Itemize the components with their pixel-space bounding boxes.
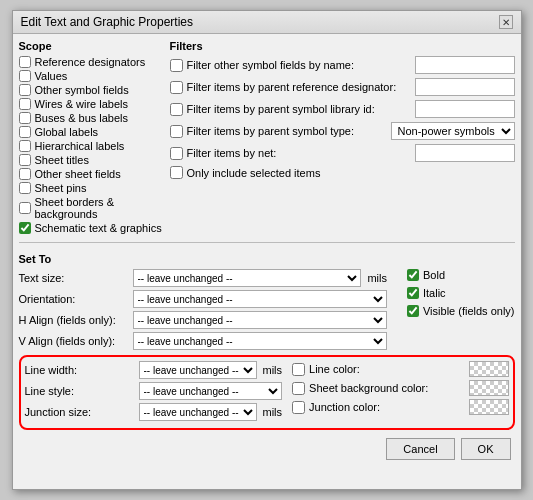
scope-ref-designators[interactable]: Reference designators — [19, 56, 164, 68]
scope-global-labels-label: Global labels — [35, 126, 99, 138]
scope-schematic-text-checkbox[interactable] — [19, 222, 31, 234]
scope-buses[interactable]: Buses & bus labels — [19, 112, 164, 124]
italic-checkbox[interactable] — [407, 287, 419, 299]
scope-hierarchical-labels-checkbox[interactable] — [19, 140, 31, 152]
junction-size-row: Junction size: -- leave unchanged -- mil… — [25, 403, 283, 421]
h-align-row: H Align (fields only): -- leave unchange… — [19, 311, 387, 329]
filter-symbol-type-checkbox[interactable] — [170, 125, 183, 138]
line-color-checkbox[interactable] — [292, 363, 305, 376]
scope-values-checkbox[interactable] — [19, 70, 31, 82]
close-button[interactable]: ✕ — [499, 15, 513, 29]
h-align-select[interactable]: -- leave unchanged -- — [133, 311, 387, 329]
scope-sheet-borders-checkbox[interactable] — [19, 202, 31, 214]
scope-sheet-pins[interactable]: Sheet pins — [19, 182, 164, 194]
visible-checkbox[interactable] — [407, 305, 419, 317]
text-size-select[interactable]: -- leave unchanged -- — [133, 269, 362, 287]
sheet-bg-color-checkbox[interactable] — [292, 382, 305, 395]
line-style-row: Line style: -- leave unchanged -- — [25, 382, 283, 400]
scope-other-symbol-checkbox[interactable] — [19, 84, 31, 96]
scope-values[interactable]: Values — [19, 70, 164, 82]
text-size-row: Text size: -- leave unchanged -- mils — [19, 269, 387, 287]
scope-other-symbol[interactable]: Other symbol fields — [19, 84, 164, 96]
v-align-select[interactable]: -- leave unchanged -- — [133, 332, 387, 350]
filter-symbol-type-select[interactable]: Non-power symbols — [391, 122, 515, 140]
scope-sheet-pins-checkbox[interactable] — [19, 182, 31, 194]
filter-library-id-row: Filter items by parent symbol library id… — [170, 100, 515, 118]
scope-sheet-titles-checkbox[interactable] — [19, 154, 31, 166]
edit-text-graphic-dialog: Edit Text and Graphic Properties ✕ Scope… — [12, 10, 522, 490]
dialog-title: Edit Text and Graphic Properties — [21, 15, 194, 29]
scope-panel: Scope Reference designators Values Other… — [19, 40, 164, 236]
scope-sheet-titles-label: Sheet titles — [35, 154, 89, 166]
sheet-bg-color-label: Sheet background color: — [309, 382, 464, 394]
junction-color-label: Junction color: — [309, 401, 464, 413]
filter-parent-ref-input[interactable] — [415, 78, 515, 96]
divider-1 — [19, 242, 515, 243]
scope-values-label: Values — [35, 70, 68, 82]
set-to-section: Set To Text size: -- leave unchanged -- … — [19, 253, 515, 430]
filter-symbol-fields-checkbox[interactable] — [170, 59, 183, 72]
italic-label: Italic — [423, 287, 446, 299]
line-color-row: Line color: — [292, 361, 508, 377]
bold-checkbox[interactable] — [407, 269, 419, 281]
junction-color-checkbox[interactable] — [292, 401, 305, 414]
scope-hierarchical-labels[interactable]: Hierarchical labels — [19, 140, 164, 152]
scope-buses-label: Buses & bus labels — [35, 112, 129, 124]
filter-parent-ref-row: Filter items by parent reference designa… — [170, 78, 515, 96]
line-width-label: Line width: — [25, 364, 135, 376]
filter-library-id-input[interactable] — [415, 100, 515, 118]
only-selected-checkbox[interactable] — [170, 166, 183, 179]
visible-label: Visible (fields only) — [423, 305, 515, 317]
line-width-select[interactable]: -- leave unchanged -- — [139, 361, 257, 379]
only-selected-label: Only include selected items — [187, 167, 321, 179]
bold-check[interactable]: Bold — [407, 269, 515, 281]
orientation-row: Orientation: -- leave unchanged -- — [19, 290, 387, 308]
scope-ref-designators-label: Reference designators — [35, 56, 146, 68]
scope-wires[interactable]: Wires & wire labels — [19, 98, 164, 110]
filter-symbol-type-row: Filter items by parent symbol type: Non-… — [170, 122, 515, 140]
sheet-bg-color-swatch[interactable] — [469, 380, 509, 396]
filters-label: Filters — [170, 40, 515, 52]
text-size-label: Text size: — [19, 272, 129, 284]
dialog-titlebar: Edit Text and Graphic Properties ✕ — [13, 11, 521, 34]
italic-check[interactable]: Italic — [407, 287, 515, 299]
scope-sheet-titles[interactable]: Sheet titles — [19, 154, 164, 166]
line-width-unit: mils — [263, 364, 283, 376]
scope-ref-designators-checkbox[interactable] — [19, 56, 31, 68]
scope-other-sheet-checkbox[interactable] — [19, 168, 31, 180]
scope-other-sheet[interactable]: Other sheet fields — [19, 168, 164, 180]
line-style-label: Line style: — [25, 385, 135, 397]
visible-check[interactable]: Visible (fields only) — [407, 305, 515, 317]
set-to-left: Text size: -- leave unchanged -- mils Or… — [19, 269, 387, 353]
filter-parent-ref-checkbox[interactable] — [170, 81, 183, 94]
scope-global-labels-checkbox[interactable] — [19, 126, 31, 138]
scope-wires-checkbox[interactable] — [19, 98, 31, 110]
v-align-label: V Align (fields only): — [19, 335, 129, 347]
line-color-swatch[interactable] — [469, 361, 509, 377]
line-color-label: Line color: — [309, 363, 464, 375]
scope-global-labels[interactable]: Global labels — [19, 126, 164, 138]
junction-color-swatch[interactable] — [469, 399, 509, 415]
orientation-select[interactable]: -- leave unchanged -- — [133, 290, 387, 308]
line-width-row: Line width: -- leave unchanged -- mils — [25, 361, 283, 379]
line-style-select[interactable]: -- leave unchanged -- — [139, 382, 283, 400]
scope-schematic-text[interactable]: Schematic text & graphics — [19, 222, 164, 234]
filter-symbol-fields-input[interactable] — [415, 56, 515, 74]
scope-hierarchical-labels-label: Hierarchical labels — [35, 140, 125, 152]
bottom-left-fields: Line width: -- leave unchanged -- mils L… — [25, 361, 283, 424]
sheet-bg-color-row: Sheet background color: — [292, 380, 508, 396]
cancel-button[interactable]: Cancel — [386, 438, 454, 460]
scope-other-sheet-label: Other sheet fields — [35, 168, 121, 180]
junction-size-select[interactable]: -- leave unchanged -- — [139, 403, 257, 421]
filter-net-input[interactable] — [415, 144, 515, 162]
filter-net-checkbox[interactable] — [170, 147, 183, 160]
text-size-unit: mils — [367, 272, 387, 284]
set-to-label: Set To — [19, 253, 515, 265]
filter-symbol-fields-label: Filter other symbol fields by name: — [187, 59, 411, 71]
ok-button[interactable]: OK — [461, 438, 511, 460]
filter-library-id-checkbox[interactable] — [170, 103, 183, 116]
scope-sheet-borders[interactable]: Sheet borders & backgrounds — [19, 196, 164, 220]
button-row: Cancel OK — [19, 438, 515, 460]
scope-buses-checkbox[interactable] — [19, 112, 31, 124]
orientation-label: Orientation: — [19, 293, 129, 305]
